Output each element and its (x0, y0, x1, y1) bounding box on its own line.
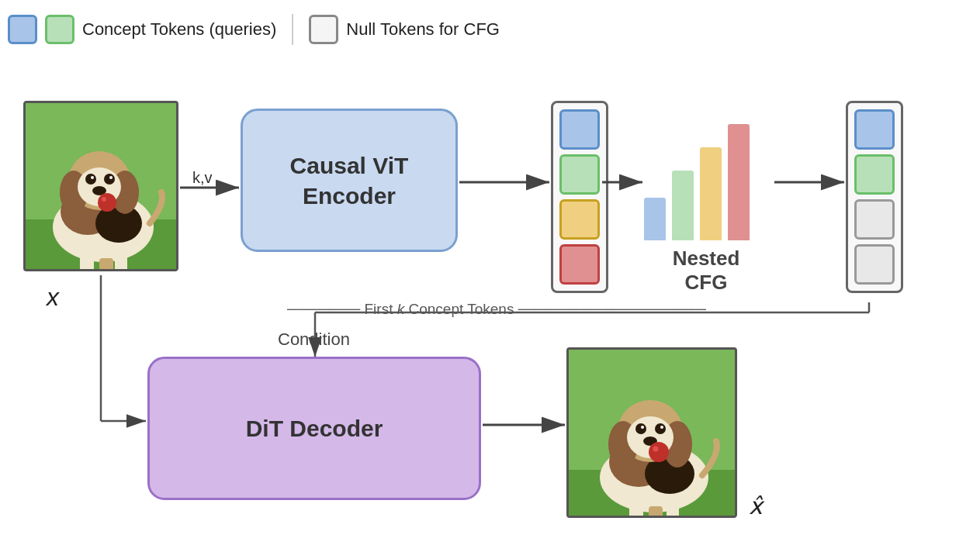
decoder-box: DiT Decoder (147, 357, 481, 500)
svg-point-12 (109, 176, 113, 179)
svg-point-33 (649, 442, 669, 462)
token-green (559, 154, 600, 195)
bar-chart (644, 124, 750, 240)
svg-point-31 (660, 426, 663, 429)
legend-null-box (309, 15, 338, 44)
decoder-label: DiT Decoder (246, 416, 383, 442)
condition-label: Condition (278, 330, 350, 350)
svg-rect-35 (629, 503, 643, 518)
dog-output-image (566, 347, 737, 518)
bar-green (672, 171, 694, 240)
legend: Concept Tokens (queries) Null Tokens for… (8, 14, 500, 45)
x-label: x (47, 283, 59, 312)
svg-point-29 (655, 423, 666, 434)
token-column-input (551, 101, 608, 293)
kv-label: k,v (192, 169, 213, 187)
svg-rect-37 (667, 503, 679, 518)
encoder-label: Causal ViTEncoder (290, 150, 409, 211)
token-yellow (559, 199, 600, 240)
out-token-null-2 (854, 244, 895, 285)
svg-point-14 (98, 193, 116, 212)
dog-input-image (23, 101, 178, 271)
token-red (559, 244, 600, 285)
svg-point-28 (635, 423, 646, 434)
token-blue (559, 109, 600, 150)
svg-rect-36 (649, 506, 663, 518)
svg-rect-18 (115, 254, 127, 271)
svg-rect-16 (80, 254, 94, 271)
first-k-label: ─────── First k Concept Tokens ─────────… (287, 301, 706, 318)
legend-green-box (45, 15, 74, 44)
svg-point-10 (104, 174, 115, 185)
bar-yellow (700, 147, 722, 240)
out-token-green (854, 154, 895, 195)
encoder-box: Causal ViTEncoder (241, 109, 458, 252)
bar-blue (644, 198, 666, 240)
svg-point-34 (653, 447, 659, 452)
legend-divider (292, 14, 293, 45)
out-token-null-1 (854, 199, 895, 240)
legend-blue-box (8, 15, 37, 44)
svg-point-11 (91, 176, 94, 179)
svg-point-30 (641, 426, 644, 429)
svg-rect-17 (99, 258, 113, 271)
diagram: x k,v Causal ViTEncoder Nested CFG ─────… (0, 62, 980, 558)
token-column-output (846, 101, 903, 293)
out-token-blue (854, 109, 895, 150)
svg-point-15 (102, 197, 106, 202)
concept-tokens-label: Concept Tokens (queries) (82, 19, 276, 40)
null-tokens-label: Null Tokens for CFG (346, 19, 500, 40)
bar-red (728, 124, 750, 240)
svg-point-9 (85, 174, 96, 185)
nested-cfg-label: Nested CFG (644, 247, 768, 295)
xhat-label: x̂ (749, 492, 763, 519)
